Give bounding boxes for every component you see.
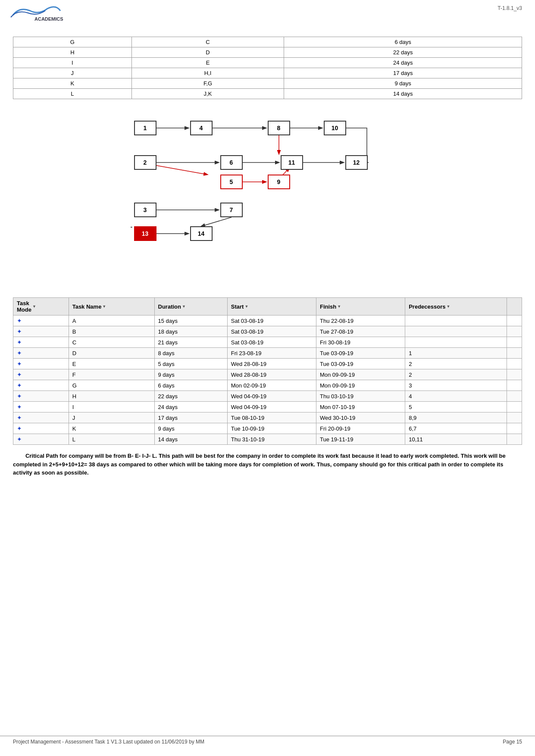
- node-8: 8: [268, 121, 290, 135]
- gantt-row: ✦A15 daysSat 03-08-19Thu 22-08-19: [13, 316, 522, 326]
- task-mode-cell: ✦: [13, 316, 69, 326]
- finish-cell: Tue 27-08-19: [316, 326, 405, 337]
- duration-cell: 18 days: [154, 326, 227, 337]
- predecessors-cell: 5: [405, 402, 507, 412]
- gantt-row: ✦E5 daysWed 28-08-19Tue 03-09-192: [13, 359, 522, 369]
- predecessors-cell: 3: [405, 380, 507, 391]
- table-row: JH,I17 days: [13, 68, 522, 78]
- gantt-row: ✦K9 daysTue 10-09-19Fri 20-09-196,7: [13, 423, 522, 434]
- node-4: 4: [190, 121, 213, 135]
- finish-cell: Fri 20-09-19: [316, 423, 405, 434]
- task-mode-cell: ✦: [13, 348, 69, 359]
- duration-filter-icon[interactable]: ▼: [182, 304, 186, 309]
- header: ACADEMICS T-1.8.1_v3: [0, 0, 535, 28]
- finish-cell: Tue 19-11-19: [316, 434, 405, 445]
- extra-cell: [507, 412, 522, 423]
- critical-path-first-sentence: Critical Path for company will be from B…: [13, 453, 506, 476]
- footer: Project Management - Assessment Task 1 V…: [0, 736, 535, 747]
- task-mode-cell: ✦: [13, 326, 69, 337]
- predecessors-cell: 10,11: [405, 434, 507, 445]
- predecessors-cell: 8,9: [405, 412, 507, 423]
- top-table-cell-task: K: [13, 78, 132, 89]
- top-table-cell-predecessor: E: [131, 58, 284, 68]
- diagram-canvas: 1 2 3 4 5 6 7 8 9 10 11 12 13 14 -: [121, 108, 414, 250]
- task-name-cell: E: [69, 359, 154, 369]
- extra-cell: [507, 326, 522, 337]
- finish-cell: Thu 03-10-19: [316, 391, 405, 402]
- gantt-row: ✦F9 daysWed 28-08-19Mon 09-09-192: [13, 369, 522, 380]
- finish-cell: Wed 30-10-19: [316, 412, 405, 423]
- predecessors-cell: 2: [405, 359, 507, 369]
- task-mode-cell: ✦: [13, 434, 69, 445]
- top-table-cell-predecessor: D: [131, 47, 284, 58]
- task-name-cell: J: [69, 412, 154, 423]
- task-name-cell: H: [69, 391, 154, 402]
- duration-cell: 14 days: [154, 434, 227, 445]
- col-predecessors: Predecessors ▼: [405, 298, 507, 316]
- start-cell: Sat 03-08-19: [227, 316, 316, 326]
- task-name-cell: D: [69, 348, 154, 359]
- gantt-row: ✦H22 daysWed 04-09-19Thu 03-10-194: [13, 391, 522, 402]
- task-icon: ✦: [17, 425, 22, 432]
- col-finish: Finish ▼: [316, 298, 405, 316]
- node-10: 10: [324, 121, 346, 135]
- finish-filter-icon[interactable]: ▼: [337, 304, 341, 309]
- svg-line-3: [156, 166, 207, 175]
- duration-cell: 22 days: [154, 391, 227, 402]
- node-12: 12: [345, 155, 368, 170]
- gantt-row: ✦C21 daysSat 03-08-19Fri 30-08-19: [13, 337, 522, 348]
- top-table-cell-duration: 24 days: [284, 58, 522, 68]
- extra-cell: [507, 316, 522, 326]
- node-11: 11: [281, 155, 303, 170]
- finish-cell: Tue 03-09-19: [316, 348, 405, 359]
- predecessors-cell: [405, 326, 507, 337]
- task-icon: ✦: [17, 317, 22, 324]
- finish-cell: Thu 22-08-19: [316, 316, 405, 326]
- gantt-header-row: TaskMode ▼ Task Name ▼ Duration ▼: [13, 298, 522, 316]
- footer-left: Project Management - Assessment Task 1 V…: [13, 739, 204, 745]
- logo-area: ACADEMICS: [9, 4, 95, 24]
- node-3: 3: [134, 203, 156, 217]
- task-name-cell: A: [69, 316, 154, 326]
- extra-cell: [507, 434, 522, 445]
- task-icon: ✦: [17, 382, 22, 389]
- duration-cell: 24 days: [154, 402, 227, 412]
- task-mode-cell: ✦: [13, 391, 69, 402]
- predecessors-cell: 2: [405, 369, 507, 380]
- task-name-cell: C: [69, 337, 154, 348]
- predecessors-cell: 4: [405, 391, 507, 402]
- gantt-row: ✦G6 daysMon 02-09-19Mon 09-09-193: [13, 380, 522, 391]
- task-name-cell: B: [69, 326, 154, 337]
- top-table-cell-duration: 17 days: [284, 68, 522, 78]
- node-14: 14: [190, 226, 213, 241]
- task-mode-filter-icon[interactable]: ▼: [32, 304, 36, 309]
- task-icon: ✦: [17, 350, 22, 356]
- table-row: LJ,K14 days: [13, 89, 522, 99]
- extra-cell: [507, 369, 522, 380]
- extra-cell: [507, 337, 522, 348]
- start-filter-icon[interactable]: ▼: [244, 304, 248, 309]
- extra-cell: [507, 348, 522, 359]
- extra-cell: [507, 359, 522, 369]
- predecessors-filter-icon[interactable]: ▼: [446, 304, 450, 309]
- task-mode-cell: ✦: [13, 402, 69, 412]
- duration-cell: 15 days: [154, 316, 227, 326]
- node-7: 7: [220, 203, 243, 217]
- top-table-cell-predecessor: H,I: [131, 68, 284, 78]
- task-name-filter-icon[interactable]: ▼: [102, 304, 106, 309]
- top-table-cell-predecessor: C: [131, 37, 284, 47]
- start-cell: Thu 31-10-19: [227, 434, 316, 445]
- version-label: T-1.8.1_v3: [497, 5, 522, 11]
- critical-path-text-section: Critical Path for company will be from B…: [13, 452, 522, 477]
- start-cell: Mon 02-09-19: [227, 380, 316, 391]
- table-row: GC6 days: [13, 37, 522, 47]
- top-table-cell-duration: 14 days: [284, 89, 522, 99]
- duration-cell: 9 days: [154, 423, 227, 434]
- top-table-cell-predecessor: J,K: [131, 89, 284, 99]
- gantt-row: ✦B18 daysSat 03-08-19Tue 27-08-19: [13, 326, 522, 337]
- col-task-name: Task Name ▼: [69, 298, 154, 316]
- duration-cell: 5 days: [154, 359, 227, 369]
- duration-cell: 9 days: [154, 369, 227, 380]
- logo-svg: ACADEMICS: [9, 4, 95, 24]
- node-5: 5: [220, 175, 243, 189]
